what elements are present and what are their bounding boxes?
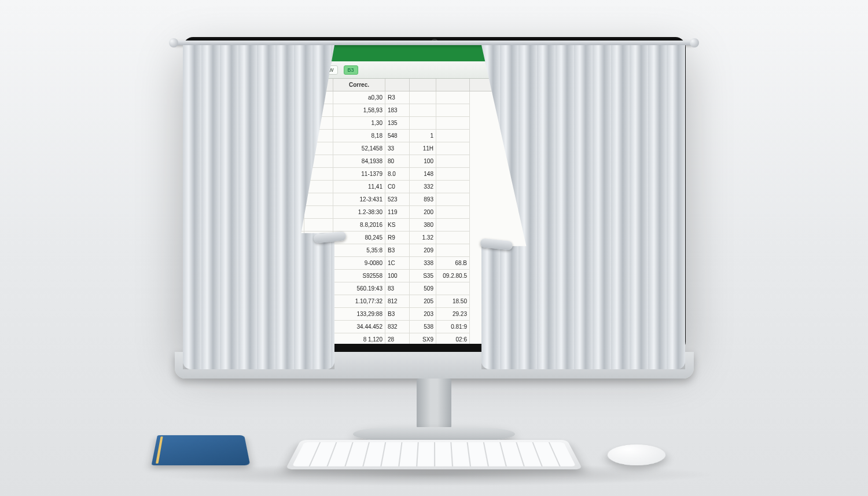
- notebook: [152, 435, 251, 465]
- cell[interactable]: 52,1458: [333, 142, 385, 155]
- cell[interactable]: 523: [385, 193, 410, 206]
- cell[interactable]: 09.2.80.5: [436, 270, 470, 282]
- cell[interactable]: 380: [410, 219, 436, 232]
- cell[interactable]: [436, 91, 470, 104]
- cell[interactable]: 832: [385, 321, 410, 333]
- cell[interactable]: 8.0: [385, 168, 410, 181]
- mouse: [606, 444, 667, 465]
- cell[interactable]: [436, 206, 470, 219]
- cell[interactable]: [410, 117, 436, 130]
- cell[interactable]: 1.32: [410, 232, 436, 244]
- column-header[interactable]: [385, 79, 410, 91]
- curtain-rod: [174, 41, 694, 45]
- cell[interactable]: 28: [385, 333, 410, 344]
- column-header[interactable]: [436, 79, 470, 91]
- cell[interactable]: 548: [385, 130, 410, 142]
- cell[interactable]: 11,41: [333, 181, 385, 193]
- keyboard: [285, 440, 583, 469]
- cell[interactable]: 80: [385, 155, 410, 168]
- cell[interactable]: 0.81:9: [436, 321, 470, 333]
- cell[interactable]: 1: [410, 130, 436, 142]
- cell[interactable]: [436, 142, 470, 155]
- cell[interactable]: 9-0080: [333, 257, 385, 270]
- cell[interactable]: [410, 91, 436, 104]
- cell[interactable]: 18.50: [436, 295, 470, 308]
- cell[interactable]: 5,35:8: [333, 244, 385, 257]
- cell[interactable]: [436, 193, 470, 206]
- cell[interactable]: 183: [385, 104, 410, 117]
- cell[interactable]: SX9: [410, 333, 436, 344]
- cell[interactable]: [436, 181, 470, 193]
- cell[interactable]: 205: [410, 295, 436, 308]
- cell[interactable]: 332: [410, 181, 436, 193]
- cell[interactable]: [436, 130, 470, 142]
- ribbon-accent-button[interactable]: B3: [344, 65, 358, 75]
- cell[interactable]: [436, 244, 470, 257]
- cell[interactable]: 11-1379: [333, 168, 385, 181]
- cell[interactable]: 02:6: [436, 333, 470, 344]
- cell[interactable]: C0: [385, 181, 410, 193]
- cell[interactable]: 33: [385, 142, 410, 155]
- cell[interactable]: [410, 104, 436, 117]
- cell[interactable]: 209: [410, 244, 436, 257]
- cell[interactable]: 338: [410, 257, 436, 270]
- cell[interactable]: 538: [410, 321, 436, 333]
- cell[interactable]: 11H: [410, 142, 436, 155]
- cell[interactable]: 100: [410, 155, 436, 168]
- column-header[interactable]: Correc.: [333, 79, 385, 91]
- cell[interactable]: 1,30: [333, 117, 385, 130]
- cell[interactable]: 8 1,120: [333, 333, 385, 344]
- cell[interactable]: 34.44.452: [333, 321, 385, 333]
- cell[interactable]: 12-3:431: [333, 193, 385, 206]
- cell[interactable]: KS: [385, 219, 410, 232]
- column-header[interactable]: [410, 79, 436, 91]
- cell[interactable]: [304, 219, 333, 232]
- cell[interactable]: [436, 232, 470, 244]
- cell[interactable]: 893: [410, 193, 436, 206]
- cell[interactable]: 133,29:88: [333, 308, 385, 321]
- rod-finial-left: [169, 38, 178, 47]
- cell[interactable]: 1,58,93: [333, 104, 385, 117]
- cell[interactable]: R3: [385, 91, 410, 104]
- cell[interactable]: [436, 168, 470, 181]
- monitor-stand-base: [353, 427, 515, 441]
- cell[interactable]: 68.B: [436, 257, 470, 270]
- cell[interactable]: [436, 155, 470, 168]
- monitor-stand-neck: [417, 379, 451, 432]
- cell[interactable]: 119: [385, 206, 410, 219]
- cell[interactable]: [436, 219, 470, 232]
- cell[interactable]: 29.23: [436, 308, 470, 321]
- cell[interactable]: R9: [385, 232, 410, 244]
- cell[interactable]: 1.2-38:30: [333, 206, 385, 219]
- cell[interactable]: [436, 104, 470, 117]
- cell[interactable]: S35: [410, 270, 436, 282]
- cell[interactable]: a0,30: [333, 91, 385, 104]
- cell[interactable]: 8,18: [333, 130, 385, 142]
- cell[interactable]: 1C: [385, 257, 410, 270]
- cell[interactable]: [436, 282, 470, 295]
- cell[interactable]: 135: [385, 117, 410, 130]
- cell[interactable]: 8.8,2016: [333, 219, 385, 232]
- cell[interactable]: 560.19:43: [333, 282, 385, 295]
- cell[interactable]: 83: [385, 282, 410, 295]
- cell[interactable]: 84,1938: [333, 155, 385, 168]
- cell[interactable]: S92558: [333, 270, 385, 282]
- cell[interactable]: 200: [410, 206, 436, 219]
- cell[interactable]: 509: [410, 282, 436, 295]
- scene: ▶ Yea usr 4:27 pm Dlt fla ▸ slaw iron SS…: [0, 0, 868, 496]
- cell[interactable]: 203: [410, 308, 436, 321]
- cell[interactable]: 148: [410, 168, 436, 181]
- cell[interactable]: [304, 193, 333, 206]
- cell[interactable]: [436, 117, 470, 130]
- cell[interactable]: 812: [385, 295, 410, 308]
- cell[interactable]: 100: [385, 270, 410, 282]
- cell[interactable]: [304, 206, 333, 219]
- cell[interactable]: 1.10,77:32: [333, 295, 385, 308]
- cell[interactable]: B3: [385, 244, 410, 257]
- cell[interactable]: B3: [385, 308, 410, 321]
- rod-finial-right: [690, 38, 699, 47]
